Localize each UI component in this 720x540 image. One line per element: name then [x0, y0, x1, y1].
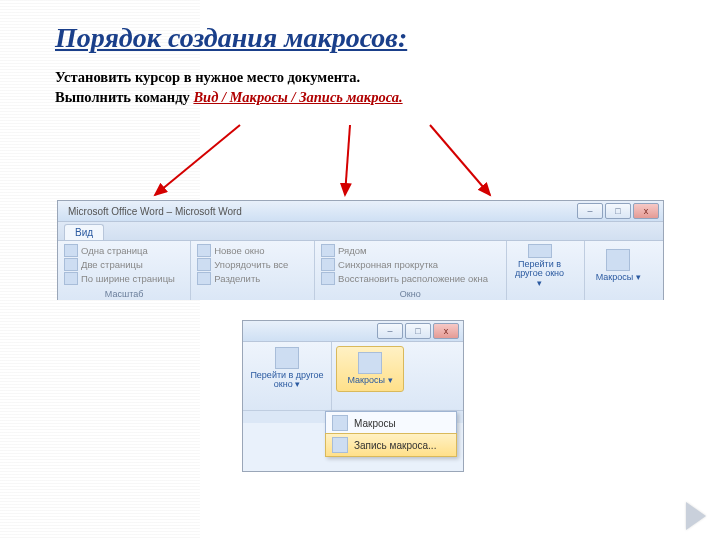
svg-line-2 [430, 125, 490, 195]
arrange-icon [197, 258, 211, 271]
r1-body: Одна страница Две страницы По ширине стр… [58, 241, 663, 300]
btn-switch-window[interactable]: Перейти в другое окно ▾ [513, 244, 567, 288]
slide-title: Порядок создания макросов: [55, 22, 670, 54]
step-2: Выполнить команду Вид / Макросы / Запись… [55, 88, 670, 108]
step-1: Установить курсор в нужное место докумен… [55, 68, 670, 88]
divider [331, 342, 332, 410]
pages-icon [64, 258, 78, 271]
r1-group-window2: Рядом Синхронная прокрутка Восстановить … [315, 241, 506, 300]
btn-arrange-all[interactable]: Упорядочить все [197, 258, 308, 271]
btn-macros-2-label: Макросы ▾ [347, 376, 392, 385]
split-icon [197, 272, 211, 285]
r1-tabs: Вид [58, 222, 663, 241]
slide-content: Порядок создания макросов: Установить ку… [0, 0, 720, 107]
btn-sync-scroll[interactable]: Синхронная прокрутка [321, 258, 499, 271]
sidebyside-icon [321, 244, 335, 257]
reset-icon [321, 272, 335, 285]
btn-switch-window-2[interactable]: Перейти в другое окно ▾ [247, 346, 327, 390]
btn-reset-windows[interactable]: Восстановить расположение окна [321, 272, 499, 285]
r1-group-switch: Перейти в другое окно ▾ [507, 241, 586, 300]
r1-group-macros: Макросы ▾ [585, 241, 663, 300]
record-macro-icon [332, 437, 348, 453]
next-slide-button[interactable] [686, 502, 706, 530]
r1-titlebar: Microsoft Office Word – Microsoft Word –… [58, 201, 663, 222]
menu-item-macros-label: Макросы [354, 418, 396, 429]
step-2-prefix: Выполнить команду [55, 89, 193, 105]
menu-item-macros[interactable]: Макросы [326, 412, 456, 434]
menu-item-record-macro-label: Запись макроса... [354, 440, 436, 451]
btn-two-pages[interactable]: Две страницы [64, 258, 184, 271]
r2-body: Перейти в другое окно ▾ Макросы ▾ [243, 342, 463, 410]
switch-window-icon [275, 347, 299, 369]
btn-macros-2[interactable]: Макросы ▾ [336, 346, 404, 392]
macros-icon [358, 352, 382, 374]
r1-window-buttons: – □ x [577, 203, 659, 219]
btn-side-by-side[interactable]: Рядом [321, 244, 499, 257]
ribbon-screenshot-1: Microsoft Office Word – Microsoft Word –… [57, 200, 664, 300]
group-label-empty1 [197, 299, 308, 300]
tab-view[interactable]: Вид [64, 224, 104, 240]
switch-window-icon [528, 244, 552, 258]
minimize-button[interactable]: – [377, 323, 403, 339]
macros-dropdown: Макросы Запись макроса... [325, 411, 457, 457]
btn-switch-window-2-label: Перейти в другое окно ▾ [247, 371, 327, 390]
btn-macros-label: Макросы ▾ [596, 273, 641, 282]
btn-one-page[interactable]: Одна страница [64, 244, 184, 257]
width-icon [64, 272, 78, 285]
btn-page-width[interactable]: По ширине страницы [64, 272, 184, 285]
maximize-button[interactable]: □ [405, 323, 431, 339]
close-button[interactable]: x [633, 203, 659, 219]
r1-group-window1: Новое окно Упорядочить все Разделить [191, 241, 315, 300]
ribbon-screenshot-2: – □ x Перейти в другое окно ▾ Макросы ▾ … [242, 320, 464, 472]
window-icon [197, 244, 211, 257]
sync-icon [321, 258, 335, 271]
r1-group-zoom: Одна страница Две страницы По ширине стр… [58, 241, 191, 300]
btn-new-window[interactable]: Новое окно [197, 244, 308, 257]
minimize-button[interactable]: – [577, 203, 603, 219]
svg-line-1 [345, 125, 350, 195]
r1-window-title: Microsoft Office Word – Microsoft Word [62, 206, 242, 217]
step-2-command: Вид / Макросы / Запись макроса. [193, 89, 402, 105]
btn-split[interactable]: Разделить [197, 272, 308, 285]
group-label-window: Окно [321, 289, 499, 300]
r2-titlebar: – □ x [243, 321, 463, 342]
group-label-zoom: Масштаб [64, 289, 184, 300]
btn-switch-window-label: Перейти в другое окно ▾ [513, 260, 567, 288]
btn-macros[interactable]: Макросы ▾ [591, 244, 645, 288]
macros-icon [606, 249, 630, 271]
macros-menu-icon [332, 415, 348, 431]
maximize-button[interactable]: □ [605, 203, 631, 219]
close-button[interactable]: x [433, 323, 459, 339]
page-icon [64, 244, 78, 257]
menu-item-record-macro[interactable]: Запись макроса... [325, 433, 457, 457]
r2-window-buttons: – □ x [377, 323, 459, 339]
